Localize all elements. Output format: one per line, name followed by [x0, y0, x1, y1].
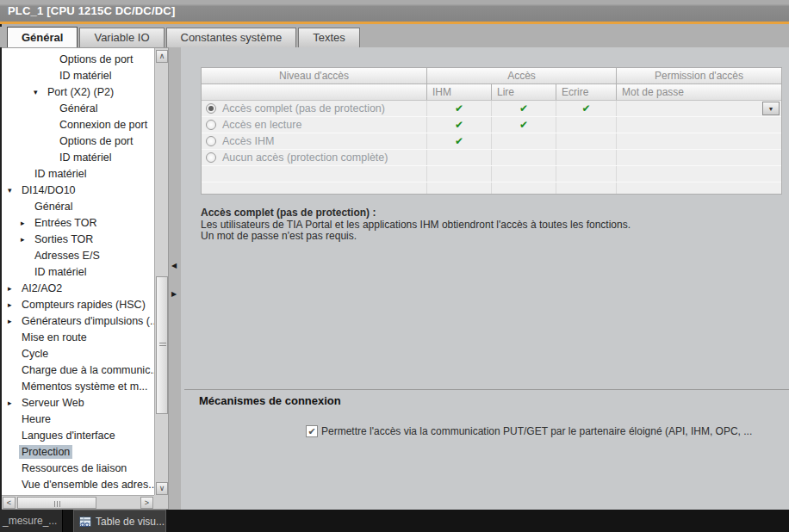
taskbar-item-mesure[interactable]: _mesure_... [0, 510, 63, 532]
scroll-up-icon[interactable]: ∧ [156, 50, 168, 63]
put-get-checkbox-label: Permettre l'accès via la communication P… [321, 425, 752, 437]
scroll-left-icon[interactable]: < [3, 497, 16, 509]
column-header-niveau-dacces: Niveau d'accès [202, 68, 427, 84]
tree-item[interactable]: ▾Port (X2) (P2) [2, 84, 154, 100]
tree-item-label: Sorties TOR [32, 232, 96, 246]
tree-item-label: Ressources de liaison [19, 461, 129, 475]
put-get-checkbox[interactable]: ✔ [306, 425, 318, 437]
access-level-label[interactable]: Accès IHM [222, 135, 274, 147]
chevron-right-icon[interactable]: ▸ [8, 284, 19, 293]
ihm-cell: ✔ [427, 117, 492, 133]
navigation-tree: Options de portID matériel▾Port (X2) (P2… [2, 51, 154, 496]
chevron-right-icon[interactable]: ▸ [8, 317, 19, 325]
chevron-right-icon[interactable]: ▸ [21, 235, 32, 244]
tree-item[interactable]: ▸Compteurs rapides (HSC) [2, 296, 154, 312]
taskbar-item-label: Table de visu... [96, 516, 165, 528]
radio-icon[interactable] [206, 136, 216, 146]
horizontal-scrollbar-thumb[interactable] [17, 497, 96, 509]
tree-item-label: Général [57, 102, 100, 115]
tree-item[interactable]: ID matériel [2, 165, 154, 182]
access-level-row: Accès complet (pas de protection)✔✔✔▼ [202, 101, 781, 117]
navigation-tree-panel: Options de portID matériel▾Port (X2) (P2… [2, 47, 169, 510]
tree-item[interactable]: ▾DI14/DO10 [2, 182, 154, 198]
titlebar: PLC_1 [CPU 1215C DC/DC/DC] [0, 0, 789, 24]
tree-item[interactable]: Charge due à la communic... [2, 362, 154, 378]
empty-table-row [202, 166, 781, 182]
radio-icon[interactable] [206, 103, 216, 114]
vertical-scrollbar-thumb[interactable] [156, 276, 168, 414]
access-level-row: Aucun accès (protection complète) [202, 150, 781, 166]
radio-icon[interactable] [206, 152, 216, 163]
access-level-row: Accès IHM✔ [202, 133, 781, 150]
tree-item[interactable]: ▸Sorties TOR [2, 231, 154, 247]
protection-settings-panel: Niveau d'accès Accès Permission d'accès … [181, 47, 789, 510]
panel-splitter[interactable]: ◀ ▶ [169, 47, 181, 510]
tree-item[interactable]: Protection [2, 443, 154, 460]
empty-cell [427, 182, 492, 194]
tab-constantes-systeme[interactable]: Constantes système [166, 28, 297, 47]
tab-variable-io[interactable]: Variable IO [79, 28, 164, 47]
mot-de-passe-cell [617, 133, 781, 149]
access-level-label[interactable]: Accès complet (pas de protection) [222, 102, 385, 114]
access-level-label[interactable]: Aucun accès (protection complète) [222, 152, 388, 164]
empty-cell [202, 182, 427, 194]
tree-item[interactable]: Ressources de liaison [2, 460, 154, 476]
tree-item[interactable]: ▸Entrées TOR [2, 214, 154, 231]
tree-item[interactable]: Mémentos système et m... [2, 378, 154, 394]
tree-item[interactable]: Connexion de port [2, 116, 154, 133]
check-icon: ✔ [581, 102, 590, 114]
password-dropdown-button[interactable]: ▼ [762, 102, 780, 115]
chevron-down-icon[interactable]: ▾ [34, 88, 45, 96]
tree-item[interactable]: ID matériel [2, 263, 154, 280]
tree-item[interactable]: Mise en route [2, 329, 154, 345]
empty-cell [556, 182, 617, 194]
access-level-cell: Aucun accès (protection complète) [202, 150, 427, 165]
taskbar-item-table-visu[interactable]: Table de visu... [73, 510, 166, 532]
tree-item[interactable]: ▸Serveur Web [2, 394, 154, 411]
splitter-collapse-left-icon[interactable]: ◀ [171, 263, 177, 269]
tree-item-label: Adresses E/S [32, 249, 103, 263]
tree-item[interactable]: Heure [2, 411, 154, 427]
thumb-grip [54, 501, 61, 507]
tree-item[interactable]: Général [2, 198, 154, 214]
tree-item[interactable]: Cycle [2, 345, 154, 362]
tree-item[interactable]: Vue d'ensemble des adres... [2, 476, 154, 492]
tree-item[interactable]: Général [2, 100, 154, 116]
tree-horizontal-scrollbar[interactable]: < > [2, 495, 155, 509]
access-level-table: Niveau d'accès Accès Permission d'accès … [201, 67, 782, 195]
empty-cell [492, 166, 556, 182]
tree-vertical-scrollbar[interactable]: ∧ ∨ [154, 48, 168, 497]
scroll-right-icon[interactable]: > [140, 497, 153, 509]
check-icon: ✔ [519, 119, 528, 131]
lire-cell [492, 150, 556, 165]
chevron-down-icon[interactable]: ▾ [8, 186, 19, 195]
tree-item-label: ID matériel [32, 265, 89, 279]
table-sub-header-row: IHM Lire Ecrire Mot de passe [202, 84, 781, 101]
access-level-row: Accès en lecture✔✔ [202, 117, 781, 133]
editor-taskbar: _mesure_... Table de visu... [0, 510, 789, 532]
ecrire-cell [556, 150, 617, 165]
scroll-down-icon[interactable]: ∨ [156, 482, 168, 495]
tab-general[interactable]: Général [7, 27, 78, 47]
chevron-right-icon[interactable]: ▸ [8, 300, 19, 309]
chevron-right-icon[interactable]: ▸ [21, 219, 32, 227]
tree-item[interactable]: ▸Générateurs d'impulsions (... [2, 312, 154, 329]
chevron-right-icon[interactable]: ▸ [8, 399, 19, 407]
lire-cell: ✔ [492, 117, 556, 133]
tree-item[interactable]: ID matériel [2, 149, 154, 165]
sub-header-ecrire: Ecrire [556, 84, 617, 100]
tree-item[interactable]: Adresses E/S [2, 247, 154, 263]
tree-item[interactable]: Langues d'interface [2, 427, 154, 443]
radio-icon[interactable] [206, 120, 216, 130]
tab-textes[interactable]: Textes [298, 28, 360, 47]
window-title: PLC_1 [CPU 1215C DC/DC/DC] [0, 4, 175, 17]
tree-item-label: Mémentos système et m... [19, 380, 151, 393]
tree-item[interactable]: ID matériel [2, 67, 154, 84]
splitter-collapse-right-icon[interactable]: ▶ [171, 291, 177, 298]
tree-item[interactable]: Options de port [2, 51, 154, 67]
section-divider [184, 389, 789, 390]
access-level-label[interactable]: Accès en lecture [222, 119, 301, 131]
tree-item[interactable]: ▸AI2/AO2 [2, 280, 154, 296]
tree-item[interactable]: Options de port [2, 133, 154, 149]
tree-item-label: Serveur Web [19, 396, 87, 410]
